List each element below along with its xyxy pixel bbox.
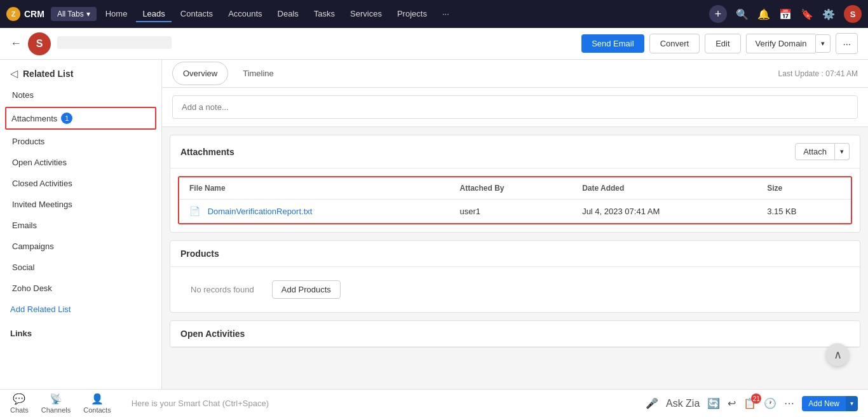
bottom-tab-channels[interactable]: 📡 Channels	[41, 393, 71, 414]
sidebar-item-campaigns[interactable]: Campaigns	[0, 236, 161, 257]
calendar-icon[interactable]: 📅	[779, 8, 792, 20]
create-button[interactable]: +	[709, 5, 727, 23]
note-input[interactable]	[172, 95, 858, 119]
more-icon[interactable]: ⋯	[784, 397, 794, 409]
chats-icon: 💬	[13, 393, 25, 405]
bottom-tab-chats[interactable]: 💬 Chats	[10, 393, 29, 414]
sidebar-item-social[interactable]: Social	[0, 257, 161, 278]
nav-more[interactable]: ···	[436, 6, 456, 22]
add-new-button[interactable]: Add New	[802, 396, 846, 411]
app-title: CRM	[24, 9, 44, 19]
col-file-name: File Name	[179, 177, 450, 200]
add-new-split: Add New ▾	[802, 396, 858, 411]
file-link[interactable]: DomainVerificationReport.txt	[208, 207, 313, 216]
nav-home[interactable]: Home	[99, 6, 134, 22]
tab-overview[interactable]: Overview	[172, 62, 228, 85]
notification-bell-icon[interactable]: 🔔	[757, 8, 770, 20]
crm-icon: Z	[6, 7, 20, 21]
sidebar-title: Related List	[23, 69, 73, 79]
nav-contacts[interactable]: Contacts	[174, 6, 219, 22]
search-icon[interactable]: 🔍	[736, 8, 749, 20]
last-update: Last Update : 07:41 AM	[778, 69, 858, 78]
channels-icon: 📡	[50, 393, 62, 405]
sidebar-item-attachments[interactable]: Attachments 1	[5, 107, 156, 130]
nav-services[interactable]: Services	[344, 6, 388, 22]
nav-accounts[interactable]: Accounts	[222, 6, 268, 22]
ask-zia-button[interactable]: Ask Zia	[666, 398, 700, 409]
sidebar-item-open-activities[interactable]: Open Activities	[0, 152, 161, 173]
attach-button[interactable]: Attach	[795, 143, 835, 160]
refresh-icon[interactable]: 🔄	[707, 397, 720, 409]
note-area	[162, 88, 868, 127]
breadcrumb-bar: ← S Send Email Convert Edit Verify Domai…	[0, 28, 868, 60]
products-title: Products	[180, 249, 219, 259]
contacts-icon: 👤	[91, 393, 104, 405]
add-new-caret[interactable]: ▾	[846, 396, 858, 411]
sidebar-header: ◁ Related List	[0, 67, 161, 85]
date-added-cell: Jul 4, 2023 07:41 AM	[572, 200, 757, 223]
record-actions: Send Email Convert Edit Verify Domain ▾ …	[581, 33, 858, 54]
tab-timeline[interactable]: Timeline	[232, 62, 285, 85]
undo-icon[interactable]: ↩	[728, 397, 736, 409]
bookmark-icon[interactable]: 🔖	[801, 8, 813, 20]
products-body: No records found Add Products	[170, 267, 860, 312]
user-avatar[interactable]: S	[844, 5, 862, 23]
products-section-header: Products	[170, 241, 860, 267]
edit-button[interactable]: Edit	[705, 34, 740, 53]
channels-label: Channels	[41, 406, 71, 414]
attachments-table-wrapper: File Name Attached By Date Added Size 📄 …	[178, 176, 852, 224]
settings-icon[interactable]: ⚙️	[822, 8, 835, 20]
nav-tasks[interactable]: Tasks	[308, 6, 341, 22]
sidebar-item-emails[interactable]: Emails	[0, 215, 161, 236]
app-logo: Z CRM	[6, 7, 44, 21]
nav-deals[interactable]: Deals	[271, 6, 305, 22]
top-navigation: Z CRM All Tabs ▾ Home Leads Contacts Acc…	[0, 0, 868, 28]
content-area: Overview Timeline Last Update : 07:41 AM…	[162, 60, 868, 417]
verify-domain-split: Verify Domain ▾	[746, 34, 831, 53]
add-related-list-link[interactable]: Add Related List	[0, 299, 161, 320]
back-button[interactable]: ←	[10, 37, 22, 50]
sidebar-item-closed-activities[interactable]: Closed Activities	[0, 173, 161, 194]
attachments-section: Attachments Attach ▾ File Name Attached …	[170, 135, 860, 233]
record-name	[57, 36, 172, 49]
attachments-title: Attachments	[180, 147, 234, 157]
table-row: 📄 DomainVerificationReport.txt user1 Jul…	[179, 200, 851, 223]
attach-caret[interactable]: ▾	[835, 143, 850, 160]
sidebar: ◁ Related List Notes Attachments 1 Produ…	[0, 60, 162, 417]
more-actions-button[interactable]: ···	[836, 33, 858, 54]
all-tabs-button[interactable]: All Tabs ▾	[51, 7, 97, 21]
add-products-button[interactable]: Add Products	[272, 280, 341, 299]
sidebar-item-invited-meetings[interactable]: Invited Meetings	[0, 194, 161, 215]
products-section: Products No records found Add Products	[170, 240, 860, 313]
open-activities-section: Open Activities	[170, 320, 860, 348]
sidebar-item-zoho-desk[interactable]: Zoho Desk	[0, 278, 161, 299]
file-icon: 📄	[189, 206, 200, 216]
history-icon[interactable]: 🕐	[764, 397, 776, 409]
tabs-bar: Overview Timeline Last Update : 07:41 AM	[162, 60, 868, 88]
attach-split-button: Attach ▾	[795, 143, 850, 160]
mic-icon[interactable]: 🎤	[646, 397, 658, 409]
topnav-icons: + 🔍 🔔 📅 🔖 ⚙️ S	[709, 5, 862, 23]
record-avatar: S	[28, 32, 51, 55]
record-name-container	[57, 36, 575, 51]
attachments-badge: 1	[61, 113, 72, 124]
sidebar-toggle-button[interactable]: ◁	[5, 67, 23, 79]
main-layout: ◁ Related List Notes Attachments 1 Produ…	[0, 60, 868, 417]
sidebar-item-products[interactable]: Products	[0, 131, 161, 152]
send-email-button[interactable]: Send Email	[581, 34, 644, 53]
verify-domain-caret[interactable]: ▾	[815, 34, 831, 53]
notification-count: 21	[751, 393, 761, 404]
sidebar-item-notes[interactable]: Notes	[0, 85, 161, 106]
scroll-to-top-button[interactable]: ∧	[826, 343, 849, 366]
nav-leads[interactable]: Leads	[136, 6, 171, 22]
attached-by-cell: user1	[450, 200, 573, 223]
contacts-label: Contacts	[83, 406, 111, 414]
no-records-text: No records found	[180, 275, 264, 304]
verify-domain-button[interactable]: Verify Domain	[746, 34, 816, 53]
bottom-tab-contacts[interactable]: 👤 Contacts	[83, 393, 111, 414]
chats-label: Chats	[10, 406, 29, 414]
nav-projects[interactable]: Projects	[391, 6, 433, 22]
bottom-bar: 💬 Chats 📡 Channels 👤 Contacts Here is yo…	[0, 389, 868, 417]
convert-button[interactable]: Convert	[649, 34, 700, 53]
tabs: Overview Timeline	[172, 62, 288, 85]
